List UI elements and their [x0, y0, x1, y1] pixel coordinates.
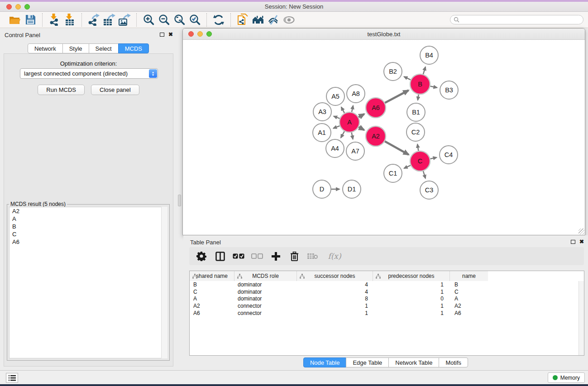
column-header-shared-name[interactable]: shared name: [190, 271, 234, 281]
node-A5[interactable]: A5: [326, 87, 344, 105]
tab-edge-table[interactable]: Edge Table: [346, 357, 389, 367]
edge-A-A7[interactable]: [352, 133, 353, 139]
float-panel-icon[interactable]: [160, 33, 164, 37]
edge-A-A6[interactable]: [359, 114, 364, 117]
zoom-out-button[interactable]: [156, 13, 172, 27]
node-B4[interactable]: B4: [420, 46, 438, 64]
table-row[interactable]: Cdominator41C: [190, 288, 578, 295]
graphics-details-button[interactable]: [266, 13, 281, 27]
result-list-scrollbar[interactable]: [161, 207, 167, 358]
apply-layout-button[interactable]: [211, 13, 226, 27]
run-mcds-button[interactable]: Run MCDS: [38, 85, 85, 95]
edge-A-A2[interactable]: [359, 127, 364, 130]
edge-C-C3[interactable]: [423, 171, 425, 178]
column-header-MCDS-role[interactable]: MCDS role: [234, 271, 297, 281]
status-menu-button[interactable]: [6, 373, 18, 383]
import-table-button[interactable]: [62, 13, 77, 27]
mcds-result-item[interactable]: C: [10, 230, 167, 238]
mcds-result-item[interactable]: A: [10, 215, 167, 223]
node-A2[interactable]: A2: [366, 126, 386, 146]
node-B3[interactable]: B3: [440, 81, 458, 99]
export-network-button[interactable]: [86, 13, 101, 27]
mcds-result-item[interactable]: A2: [10, 207, 167, 215]
window-resize-grip[interactable]: [578, 229, 584, 234]
table-row[interactable]: A2connector11A2: [190, 302, 578, 310]
node-A8[interactable]: A8: [347, 85, 365, 103]
tab-style[interactable]: Style: [62, 43, 89, 53]
save-session-button[interactable]: [23, 13, 38, 27]
delete-table-button[interactable]: [307, 250, 319, 262]
delete-columns-button[interactable]: [288, 250, 300, 262]
node-C1[interactable]: C1: [384, 164, 402, 182]
node-B1[interactable]: B1: [407, 103, 425, 121]
edge-A6-B[interactable]: [385, 91, 408, 103]
edge-A-A1[interactable]: [333, 126, 339, 128]
tab-network[interactable]: Network: [28, 43, 63, 53]
node-A4[interactable]: A4: [326, 139, 344, 157]
edge-A-A5[interactable]: [341, 107, 344, 113]
edge-C-C4[interactable]: [430, 157, 437, 159]
close-table-panel-icon[interactable]: ✖: [579, 238, 584, 245]
network-overview-button[interactable]: [250, 13, 266, 27]
edge-A2-C[interactable]: [385, 141, 409, 155]
node-A7[interactable]: A7: [346, 142, 364, 160]
mcds-result-item[interactable]: A6: [10, 238, 167, 246]
edge-A-A3[interactable]: [334, 116, 339, 119]
open-session-button[interactable]: [7, 13, 23, 27]
import-network-button[interactable]: [47, 13, 62, 27]
edge-A-A4[interactable]: [341, 131, 344, 138]
tab-network-table[interactable]: Network Table: [388, 357, 439, 367]
close-panel-icon[interactable]: ✖: [168, 31, 173, 38]
splitter-handle[interactable]: [178, 195, 181, 206]
node-B[interactable]: B: [410, 74, 430, 94]
tab-node-table[interactable]: Node Table: [303, 357, 347, 367]
node-D1[interactable]: D1: [343, 180, 361, 198]
node-A3[interactable]: A3: [313, 103, 331, 121]
node-A1[interactable]: A1: [313, 124, 331, 142]
edge-C-C2[interactable]: [417, 144, 418, 151]
node-A6[interactable]: A6: [366, 98, 386, 118]
edge-A-A8[interactable]: [352, 105, 353, 112]
table-row[interactable]: Bdominator41B: [190, 281, 578, 288]
edge-B-B4[interactable]: [423, 67, 425, 74]
close-panel-button[interactable]: Close panel: [91, 85, 139, 95]
node-D[interactable]: D: [313, 180, 331, 198]
tab-motifs[interactable]: Motifs: [439, 357, 468, 367]
column-header-successor-nodes[interactable]: successor nodes: [297, 271, 373, 281]
table-settings-button[interactable]: [196, 250, 207, 262]
function-builder-button[interactable]: f(x): [325, 250, 344, 262]
network-canvas[interactable]: B4B2BB3A8A5A6A3B1AA1C2A2A4A7C4CC1C3DD1: [183, 40, 585, 235]
zoom-in-button[interactable]: [141, 13, 156, 27]
search-input[interactable]: [459, 17, 583, 23]
node-A[interactable]: A: [339, 112, 359, 132]
unselect-all-columns-button[interactable]: [251, 250, 263, 262]
float-table-panel-icon[interactable]: [571, 240, 575, 244]
table-row[interactable]: A6connector11A6: [190, 310, 578, 317]
edge-B-B3[interactable]: [430, 86, 437, 88]
column-header-name[interactable]: name: [450, 271, 488, 281]
criterion-select[interactable]: largest connected component (directed) ▲…: [20, 68, 158, 79]
tab-mcds[interactable]: MCDS: [118, 43, 149, 53]
table-row[interactable]: Adominator80A: [190, 295, 578, 303]
show-column-button[interactable]: [214, 250, 226, 262]
node-C2[interactable]: C2: [406, 123, 425, 141]
add-column-button[interactable]: [270, 250, 282, 262]
new-network-from-selection-button[interactable]: [235, 13, 250, 27]
table-scrollbar[interactable]: [578, 281, 584, 355]
edge-B-B2[interactable]: [404, 76, 411, 80]
node-C4[interactable]: C4: [440, 146, 458, 164]
zoom-fit-button[interactable]: [172, 13, 187, 27]
edge-B-B1[interactable]: [418, 95, 419, 100]
select-all-columns-button[interactable]: [233, 250, 244, 262]
node-B2[interactable]: B2: [384, 62, 402, 81]
toggle-details-button[interactable]: [281, 13, 296, 27]
column-header-predecessor-nodes[interactable]: predecessor nodes: [373, 271, 450, 281]
node-C3[interactable]: C3: [420, 181, 438, 199]
vertical-splitter[interactable]: [177, 28, 182, 370]
memory-button[interactable]: Memory: [548, 372, 585, 383]
node-C[interactable]: C: [410, 151, 430, 171]
zoom-selected-button[interactable]: [187, 13, 202, 27]
edge-C-C1[interactable]: [404, 165, 411, 168]
export-image-button[interactable]: [117, 13, 132, 27]
mcds-result-item[interactable]: B: [10, 223, 167, 230]
